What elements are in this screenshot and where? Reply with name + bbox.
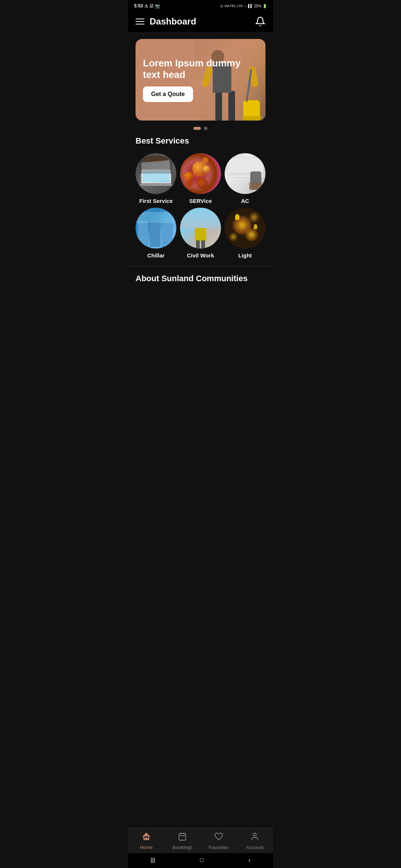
service-circle-civil: iStock bbox=[180, 208, 221, 249]
network-lte-icon: VoLTE1 LTE bbox=[224, 4, 243, 8]
page-title: Dashboard bbox=[150, 16, 196, 27]
service-item-first[interactable]: First Service bbox=[136, 153, 176, 204]
istock-credit-ac: iStock bbox=[256, 190, 263, 193]
notification-bell-button[interactable] bbox=[255, 16, 265, 27]
istock-credit-light: iStock bbox=[256, 244, 263, 247]
service-item-service[interactable]: SERVice bbox=[180, 153, 221, 204]
service-item-civil[interactable]: iStock Civil Work bbox=[180, 208, 221, 259]
header: Dashboard bbox=[128, 12, 273, 33]
service-label-chillar: Chillar bbox=[147, 252, 165, 259]
dot-2[interactable] bbox=[204, 126, 208, 130]
service-item-ac[interactable]: iStock AC bbox=[225, 153, 265, 204]
service-circle-first bbox=[136, 153, 176, 194]
status-right: ⊙ VoLTE1 LTE ↑↓ ▌▌ 25% 🔋 bbox=[220, 4, 267, 8]
istock-credit-chillar: iStock bbox=[167, 244, 174, 247]
checkbox-icon: ☑ bbox=[150, 4, 153, 9]
hamburger-line-3 bbox=[136, 24, 144, 24]
service-label-ac: AC bbox=[241, 198, 249, 204]
header-left: Dashboard bbox=[136, 16, 196, 27]
service-label-light: Light bbox=[238, 252, 252, 259]
service-item-chillar[interactable]: iStock Chillar bbox=[136, 208, 176, 259]
signal-icon: ↑↓ ▌▌ bbox=[244, 4, 253, 8]
wifi-icon: ⊙ bbox=[220, 4, 223, 8]
service-circle-ac: iStock bbox=[225, 153, 265, 194]
hamburger-menu-button[interactable] bbox=[136, 19, 144, 24]
dot-1[interactable] bbox=[193, 127, 201, 130]
promo-banner: Lorem Ipsum dummy text head Get a Qoute bbox=[136, 39, 265, 121]
services-grid: First Service SERVice bbox=[136, 153, 265, 259]
istock-credit-civil: iStock bbox=[212, 244, 219, 247]
banner-title: Lorem Ipsum dummy text head bbox=[143, 57, 258, 80]
service-label-first: First Service bbox=[139, 198, 173, 204]
service-circle-light: iStock bbox=[225, 208, 265, 249]
banner-dots bbox=[136, 126, 265, 130]
video-icon: 📷 bbox=[155, 4, 160, 9]
battery-text: 25% bbox=[254, 4, 261, 8]
main-content: Lorem Ipsum dummy text head Get a Qoute bbox=[128, 39, 273, 322]
about-section: About Sunland Communities bbox=[128, 266, 273, 283]
status-left: 5:53 ⚠ ☑ 📷 bbox=[134, 3, 160, 9]
service-label-civil: Civil Work bbox=[187, 252, 214, 259]
service-item-light[interactable]: iStock Light bbox=[225, 208, 265, 259]
battery-icon: 🔋 bbox=[263, 4, 267, 8]
get-quote-button[interactable]: Get a Qoute bbox=[143, 86, 193, 102]
status-time: 5:53 bbox=[134, 3, 143, 9]
hamburger-line-2 bbox=[136, 21, 144, 22]
status-bar: 5:53 ⚠ ☑ 📷 ⊙ VoLTE1 LTE ↑↓ ▌▌ 25% 🔋 bbox=[128, 0, 273, 12]
service-circle-service bbox=[180, 153, 221, 194]
header-divider bbox=[128, 33, 273, 33]
service-circle-chillar: iStock bbox=[136, 208, 176, 249]
banner-content: Lorem Ipsum dummy text head Get a Qoute bbox=[136, 39, 265, 121]
best-services-title: Best Services bbox=[136, 136, 265, 146]
service-label-service: SERVice bbox=[189, 198, 212, 204]
warning-icon: ⚠ bbox=[144, 4, 148, 9]
about-title: About Sunland Communities bbox=[136, 274, 265, 283]
hamburger-line-1 bbox=[136, 19, 144, 19]
